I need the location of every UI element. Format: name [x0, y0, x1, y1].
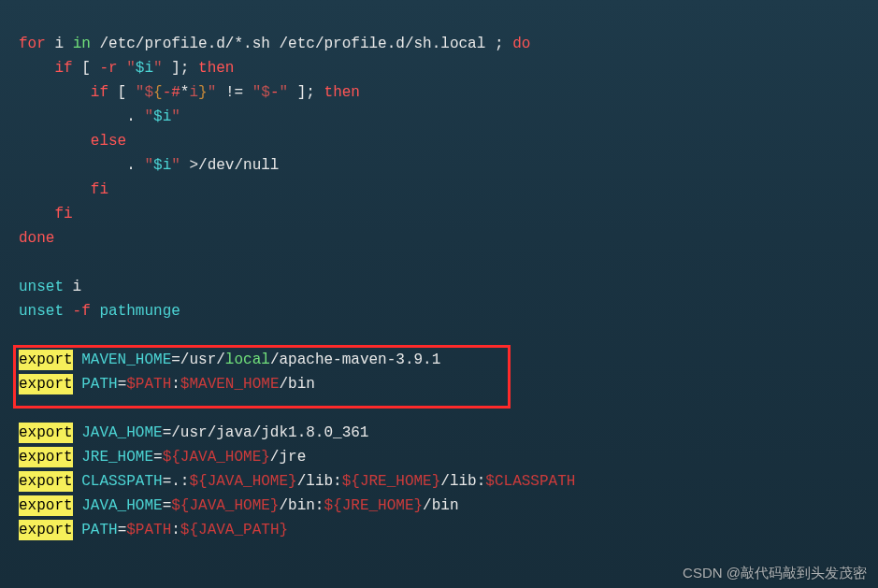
brace: {	[153, 84, 163, 101]
path-local: local	[225, 351, 270, 368]
var-i: $i	[153, 157, 171, 174]
path-part: /apache-maven-3.9.1	[270, 351, 440, 368]
quote: "	[144, 108, 153, 125]
equals: =	[163, 424, 172, 441]
var-java-home: ${JAVA_HOME}	[189, 473, 296, 490]
equals: =	[118, 376, 127, 393]
var-path: $PATH	[126, 522, 171, 538]
path-bin: /bin	[423, 497, 458, 514]
var-jre-home: ${JRE_HOME}	[324, 497, 423, 514]
brace: }	[198, 84, 208, 101]
var-classpath: $CLASSPATH	[485, 473, 575, 490]
redirect: >	[180, 157, 198, 174]
bracket: [	[73, 60, 100, 77]
quote: "	[252, 84, 262, 101]
path-jdk: /usr/java/jdk1.8.0_361	[171, 424, 368, 441]
path-lib: /lib	[297, 473, 333, 490]
line: fi	[19, 206, 73, 222]
line: if [ -r "$i" ]; then	[19, 60, 234, 77]
env-path: PATH	[73, 522, 118, 538]
quote: "	[171, 108, 180, 125]
var-maven-home: $MAVEN_HOME	[180, 376, 280, 393]
var-java-path: ${JAVA_PATH}	[180, 522, 288, 538]
line: . "$i" >/dev/null	[19, 157, 279, 174]
bracket: ];	[163, 60, 198, 77]
keyword-if: if	[91, 84, 108, 101]
equals: =	[163, 473, 172, 490]
blank-line	[19, 400, 28, 417]
quote: "	[153, 60, 163, 77]
blank-line	[19, 254, 28, 271]
keyword-if: if	[54, 60, 72, 77]
path-jre: /jre	[270, 449, 306, 466]
colon: :	[477, 473, 486, 490]
keyword-export: export	[19, 423, 73, 443]
keyword-do: do	[512, 36, 530, 52]
dot: .	[171, 473, 180, 490]
line: if [ "${-#*i}" != "$-" ]; then	[19, 84, 360, 101]
keyword-then: then	[324, 84, 360, 101]
var-i	[46, 36, 55, 52]
env-path: PATH	[73, 376, 118, 393]
dot: .	[126, 108, 144, 125]
keyword-export: export	[19, 447, 73, 467]
path-list: /etc/profile.d/*.sh /etc/profile.d/sh.lo…	[91, 36, 495, 52]
line: else	[19, 133, 126, 150]
keyword-export: export	[19, 520, 73, 540]
bracket: [	[108, 84, 136, 101]
operator-neq: !=	[216, 84, 252, 101]
bracket: ];	[288, 84, 324, 101]
line: done	[19, 230, 54, 247]
keyword-done: done	[19, 230, 54, 247]
path-bin: /bin	[279, 497, 314, 514]
quote: "	[144, 157, 153, 174]
line-export-maven-home: export MAVEN_HOME=/usr/local/apache-mave…	[19, 351, 440, 368]
fn-pathmunge: pathmunge	[91, 303, 180, 320]
equals: =	[118, 522, 127, 538]
path-part: /usr/	[180, 351, 225, 368]
keyword-export: export	[19, 350, 73, 370]
keyword-else: else	[91, 133, 126, 150]
path-bin: /bin	[279, 376, 314, 393]
var-path: $PATH	[126, 376, 171, 393]
code-block: for i in /etc/profile.d/*.sh /etc/profil…	[0, 0, 878, 542]
keyword-unset: unset	[19, 279, 64, 295]
keyword-then: then	[198, 60, 234, 77]
dollar: $	[144, 84, 153, 101]
flag-r: -r	[99, 60, 117, 77]
dollar: $	[261, 84, 270, 101]
colon: :	[171, 376, 180, 393]
flag-f: -f	[64, 303, 91, 320]
semicolon: ;	[495, 36, 504, 52]
keyword-export: export	[19, 471, 73, 492]
line: unset -f pathmunge	[19, 303, 180, 320]
path-devnull: /dev/null	[198, 157, 279, 174]
colon: :	[180, 473, 190, 490]
line-export-java-home-bin: export JAVA_HOME=${JAVA_HOME}/bin:${JRE_…	[19, 497, 459, 514]
env-java-home: JAVA_HOME	[73, 497, 163, 514]
colon: :	[333, 473, 342, 490]
line-export-path-maven: export PATH=$PATH:$MAVEN_HOME/bin	[19, 376, 315, 393]
quote: "	[171, 157, 180, 174]
space	[118, 60, 127, 77]
colon: :	[171, 522, 180, 538]
line-export-path: export PATH=$PATH:${JAVA_PATH}	[19, 522, 288, 538]
quote: "	[280, 84, 289, 101]
var-java-home: ${JAVA_HOME}	[163, 449, 270, 466]
env-jre-home: JRE_HOME	[73, 449, 153, 466]
var-i: $i	[153, 108, 171, 125]
line: for i in /etc/profile.d/*.sh /etc/profil…	[19, 36, 530, 52]
blank-line	[19, 327, 28, 344]
keyword-unset: unset	[19, 303, 64, 320]
keyword-for: for	[19, 36, 46, 52]
env-classpath: CLASSPATH	[73, 473, 163, 490]
var-java-home: ${JAVA_HOME}	[171, 497, 279, 514]
keyword-fi: fi	[91, 181, 108, 198]
equals: =	[163, 497, 172, 514]
flag: -#	[163, 84, 180, 101]
watermark: CSDN @敲代码敲到头发茂密	[683, 565, 867, 582]
var-i: i	[64, 279, 81, 295]
var-i: $i	[136, 60, 153, 77]
equals: =	[153, 449, 163, 466]
env-java-home: JAVA_HOME	[73, 424, 163, 441]
